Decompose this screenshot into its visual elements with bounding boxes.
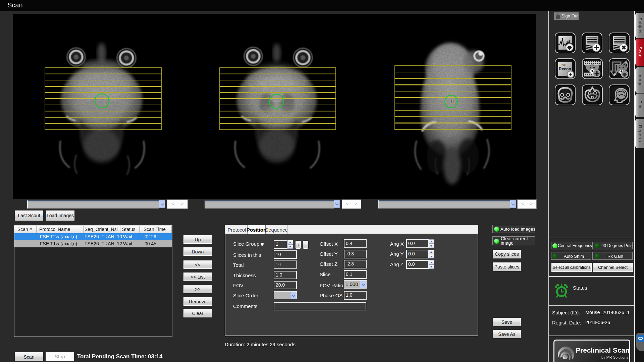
svg-text:Live: Live [559, 63, 566, 67]
svg-text:P: P [614, 72, 616, 76]
svg-text:F: F [625, 62, 628, 66]
svg-text:Recon: Recon [559, 67, 571, 71]
